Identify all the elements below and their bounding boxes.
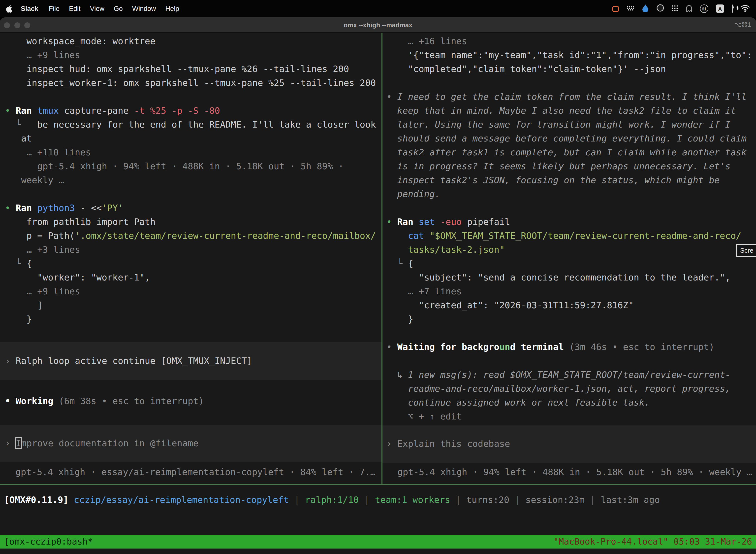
terminal-line <box>5 380 381 394</box>
terminal-line: "created_at": "2026-03-31T11:59:27.816Z" <box>386 298 756 312</box>
terminal-line: keep that in mind. Maybe I also need the… <box>386 104 756 118</box>
terminal-line: … +9 lines <box>5 48 381 62</box>
left-pane-lines: workspace_mode: worktree … +9 lines insp… <box>5 34 381 462</box>
terminal-line <box>5 326 381 340</box>
wifi-icon[interactable] <box>740 4 750 13</box>
pane-divider-horizontal[interactable] <box>0 484 756 485</box>
terminal-line: p = Path('.omx/state/team/review-current… <box>5 229 381 243</box>
tmux-status-bar: [omx-cczip0:bash* "MacBook-Pro-44.local"… <box>0 535 756 549</box>
right-pane[interactable]: … +16 lines '{"team_name":"my-team","tas… <box>382 33 756 484</box>
terminal-line: task2 after task1 is complete, but can I… <box>386 146 756 159</box>
terminal-line <box>386 326 756 340</box>
screen-record-indicator-icon[interactable] <box>612 6 619 12</box>
terminal-line: inspect_hud: omx sparkshell --tmux-pane … <box>5 62 381 76</box>
apple-logo-icon[interactable] <box>6 5 12 13</box>
terminal-line: … +16 lines <box>386 34 756 48</box>
terminal-line: ↳ 1 new msg(s): read $OMX_TEAM_STATE_ROO… <box>386 368 756 382</box>
terminal-line: continue assigned work or next feasible … <box>386 396 756 409</box>
menu-view[interactable]: View <box>90 5 105 12</box>
terminal-line <box>5 187 381 201</box>
terminal-line: • Waiting for background terminal (3m 46… <box>386 340 756 354</box>
terminal-line: • Ran set -euo pipefail <box>386 215 756 229</box>
ghost-icon[interactable] <box>686 4 693 13</box>
terminal-line: … +7 lines <box>386 284 756 298</box>
terminal-line: • Ran tmux capture-pane -t %25 -p -S -80 <box>5 104 381 118</box>
window-title-bar[interactable]: omx --xhigh --madmax ⌥⌘1 <box>0 17 756 33</box>
terminal-line: … +110 lines <box>5 146 381 159</box>
dots-grid-icon[interactable] <box>672 5 678 13</box>
terminal-line: at <box>5 131 381 146</box>
terminal-line: inspect_worker-1: omx sparkshell --tmux-… <box>5 76 381 90</box>
left-pane[interactable]: workspace_mode: worktree … +9 lines insp… <box>0 33 381 484</box>
terminal-line: • I need to get the claim token from the… <box>386 90 756 104</box>
tmux-session-label: [omx-cczip0:bash* <box>4 535 93 549</box>
terminal-line: └ { <box>5 257 381 271</box>
screen: Slack File Edit View Go Window Help <box>0 0 756 554</box>
terminal-line: weekly … <box>5 173 381 187</box>
terminal-line: … +3 lines <box>5 243 381 257</box>
terminal-line: '{"team_name":"my-team","task_id":"1","f… <box>386 48 756 62</box>
tmux-host-datetime: "MacBook-Pro-44.local" 05:03 31-Mar-26 <box>553 535 752 549</box>
terminal-line: } <box>5 312 381 326</box>
right-pane-lines: … +16 lines '{"team_name":"my-team","tas… <box>386 34 756 463</box>
composer-input-line[interactable]: › Improve documentation in @filename <box>0 425 381 462</box>
menu-active-app[interactable]: Slack <box>21 5 39 12</box>
terminal-line: ] <box>5 298 381 312</box>
terminal-line: should send a message before completing … <box>386 131 756 146</box>
window-title: omx --xhigh --madmax <box>0 17 756 33</box>
terminal-line: later. Using the same for transition mig… <box>386 118 756 131</box>
terminal-line: } <box>386 312 756 326</box>
terminal-line: gpt-5.4 xhigh · 94% left · 488K in · 5.1… <box>5 159 381 173</box>
menu-file[interactable]: File <box>49 5 60 12</box>
terminal-line: readme-and-reco/mailbox/worker-1.json, a… <box>386 382 756 396</box>
terminal-line <box>386 354 756 368</box>
terminal-line: cat "$OMX_TEAM_STATE_ROOT/team/review-cu… <box>386 229 756 243</box>
pane-status-right: gpt-5.4 xhigh · 94% left · 488K in · 5.1… <box>397 465 752 479</box>
terminal-line: … +9 lines <box>5 284 381 298</box>
percent-badge[interactable]: 61 <box>700 4 708 13</box>
terminal-line: "completed","claim_token":"claim-token"}… <box>386 62 756 76</box>
terminal-line: • Working (6m 38s • esc to interrupt) <box>5 394 381 408</box>
terminal-line <box>386 201 756 215</box>
minimize-button[interactable] <box>14 22 20 28</box>
terminal-line: pending. <box>386 187 756 201</box>
terminal-line: "worker": "worker-1", <box>5 271 381 284</box>
clipped-overlay-box: Scre <box>736 244 756 257</box>
terminal-line <box>386 76 756 90</box>
window-shortcut-hint: ⌥⌘1 <box>734 17 751 33</box>
terminal-line: is in progress? It seems likely but perh… <box>386 159 756 173</box>
menu-help[interactable]: Help <box>166 5 179 12</box>
terminal-line: └ be necessary for the end of the README… <box>5 118 381 131</box>
queued-prompt-line[interactable]: › Ralph loop active continue [OMX_TMUX_I… <box>0 342 381 380</box>
menu-go[interactable]: Go <box>114 5 123 12</box>
terminal-content: workspace_mode: worktree … +9 lines insp… <box>0 33 756 554</box>
terminal-line: workspace_mode: worktree <box>5 34 381 48</box>
terminal-line <box>5 90 381 104</box>
menu-edit[interactable]: Edit <box>69 5 81 12</box>
menu-window[interactable]: Window <box>132 5 156 12</box>
omx-hud-status-line: [OMX#0.11.9] cczip/essay/ai-reimplementa… <box>4 493 660 507</box>
terminal-line: ⌥ + ↑ edit <box>386 409 756 424</box>
terminal-window: omx --xhigh --madmax ⌥⌘1 workspace_mode:… <box>0 17 756 554</box>
menu-bar: Slack File Edit View Go Window Help <box>0 0 756 17</box>
composer-input-line[interactable]: › Explain this codebase <box>382 426 756 463</box>
key-grid-icon[interactable] <box>627 5 634 12</box>
terminal-line: • Ran python3 - <<'PY' <box>5 201 381 215</box>
battery-charging-icon[interactable] <box>732 5 733 12</box>
zoom-button[interactable] <box>24 22 30 28</box>
terminal-line: └ { <box>386 257 756 271</box>
pane-divider-vertical[interactable] <box>381 33 382 484</box>
terminal-line: "subject": "send a concise recommendatio… <box>386 271 756 284</box>
menu-status-icons: 61 A <box>612 0 750 17</box>
disc-icon[interactable] <box>656 4 664 13</box>
terminal-line: tasks/task-2.json" <box>386 243 756 257</box>
drop-icon[interactable] <box>642 4 649 13</box>
close-button[interactable] <box>4 22 10 28</box>
terminal-line: from pathlib import Path <box>5 215 381 229</box>
terminal-line: inspect task2's JSON, focusing on the st… <box>386 173 756 187</box>
input-source-icon[interactable]: A <box>716 4 724 13</box>
pane-status-left: gpt-5.4 xhigh · essay/ai-reimplementatio… <box>15 465 376 479</box>
